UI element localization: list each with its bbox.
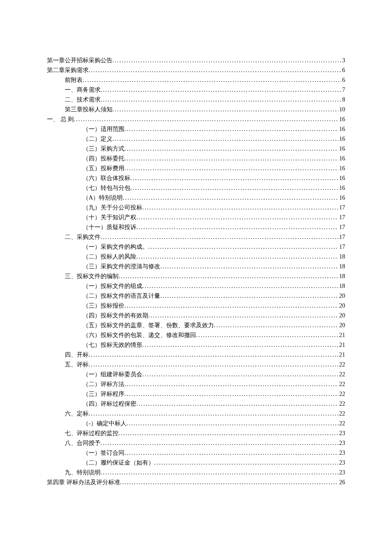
toc-entry: 四、开标21 — [47, 350, 345, 360]
toc-entry: （二）投标文件的语言及计量 20 — [47, 291, 345, 301]
toc-label: 八、合同授予 — [65, 438, 101, 448]
toc-page-number: 16 — [338, 134, 345, 144]
toc-label: （七）投标无效的情形 — [83, 340, 142, 350]
toc-leader-dots — [124, 144, 338, 154]
toc-label: 第四章 评标办法及评分标准 — [47, 477, 120, 487]
toc-label: （一）适用范围 — [83, 124, 124, 134]
toc-label: 前附表 — [65, 75, 83, 85]
toc-leader-dots — [154, 458, 338, 468]
toc-leader-dots — [112, 134, 338, 144]
toc-label: 四、开标 — [65, 350, 89, 360]
toc-leader-dots — [89, 409, 338, 418]
toc-label: （三）采购方式 — [83, 144, 124, 154]
toc-page-number: 23 — [338, 468, 345, 477]
toc-leader-dots — [101, 95, 341, 105]
toc-entry: （A）特别说明 16 — [47, 193, 345, 203]
toc-label: （一）签订合同 — [83, 448, 124, 458]
toc-label: （二）定义 — [83, 134, 112, 144]
toc-leader-dots — [130, 173, 338, 183]
toc-label: （四）投标委托 — [83, 154, 124, 163]
toc-leader-dots — [214, 320, 338, 330]
toc-leader-dots — [124, 379, 338, 389]
toc-leader-dots — [160, 291, 338, 301]
toc-entry: （-）确定中标人 22 — [47, 418, 345, 428]
toc-entry: （一）投标文件的组成 18 — [47, 281, 345, 291]
toc-page-number: 22 — [338, 389, 345, 399]
toc-page-number: 23 — [338, 428, 345, 438]
toc-page-number: 22 — [338, 418, 345, 428]
toc-leader-dots — [101, 438, 338, 448]
toc-leader-dots — [142, 203, 338, 212]
toc-label: （九）关于分公司投标 — [83, 203, 142, 212]
toc-entry: （四）评标过程保密 22 — [47, 399, 345, 409]
toc-entry: 九、特别说明23 — [47, 468, 345, 477]
toc-entry: 七、评标过程的监控23 — [47, 428, 345, 438]
toc-label: （六）联合体投标 — [83, 173, 130, 183]
toc-entry: （三）采购方式 16 — [47, 144, 345, 154]
toc-page-number: 22 — [338, 379, 345, 389]
toc-label: （二）投标文件的语言及计量 — [83, 291, 160, 301]
toc-entry: （九）关于分公司投标 17 — [47, 203, 345, 212]
toc-page-number: 3 — [341, 55, 345, 65]
toc-entry: （四）投标委托 16 — [47, 154, 345, 163]
toc-leader-dots — [124, 389, 338, 399]
toc-entry: （三）评标程序 22 — [47, 389, 345, 399]
toc-label: 三、投标文件的编制 — [65, 271, 118, 281]
toc-label: （二）评标方法 — [83, 379, 124, 389]
toc-entry: （十一）质疑和投诉 17 — [47, 222, 345, 232]
toc-entry: （一）适用范围 16 — [47, 124, 345, 134]
toc-entry: （五）投标文件的盖章、签署、份数、要求及效力 20 — [47, 320, 345, 330]
toc-entry: 第二章采购需求6 — [47, 65, 345, 75]
toc-leader-dots — [136, 212, 338, 222]
toc-label: 二、采购文件 — [65, 232, 101, 242]
toc-entry: （二）投标人的风险 18 — [47, 252, 345, 262]
toc-label: （三）投标报价 — [83, 301, 124, 311]
toc-leader-dots — [74, 114, 338, 124]
toc-label: 一、 总 则 — [47, 114, 74, 124]
toc-leader-dots — [118, 271, 338, 281]
toc-page-number: 16 — [338, 144, 345, 154]
toc-leader-dots — [101, 85, 341, 95]
toc-page-number: 23 — [338, 438, 345, 448]
toc-entry: （五）投标费用 16 — [47, 163, 345, 173]
toc-page-number: 22 — [338, 369, 345, 379]
toc-entry: 一、 总 则16 — [47, 114, 345, 124]
toc-entry: （七）投标无效的情形 21 — [47, 340, 345, 350]
toc-label: （一）组建评标委员会 — [83, 369, 142, 379]
toc-page-number: 17 — [338, 242, 345, 252]
toc-label: （一）投标文件的组成 — [83, 281, 142, 291]
toc-page-number: 21 — [338, 350, 345, 360]
toc-entry: （二）定义 16 — [47, 134, 345, 144]
toc-page-number: 16 — [338, 163, 345, 173]
toc-entry: 三、投标文件的编制18 — [47, 271, 345, 281]
toc-entry: （六）联合体投标 16 — [47, 173, 345, 183]
toc-leader-dots — [124, 154, 338, 163]
toc-label: 第三章投标人须知 — [65, 105, 112, 114]
toc-label: 一、商务需求 — [65, 85, 101, 95]
toc-leader-dots — [89, 350, 338, 360]
toc-page-number: 18 — [338, 281, 345, 291]
toc-label: 第一章公开招标采购公告 — [47, 55, 112, 65]
toc-page-number: 20 — [338, 311, 345, 320]
toc-label: （四）投标文件的有效期 — [83, 311, 148, 320]
toc-label: （五）投标费用 — [83, 163, 124, 173]
toc-page-number: 8 — [341, 95, 345, 105]
toc-label: （三）采购文件的澄清与修改 — [83, 262, 160, 271]
toc-label: 七、评标过程的监控 — [65, 428, 118, 438]
toc-leader-dots — [160, 262, 338, 271]
toc-leader-dots — [118, 428, 338, 438]
toc-leader-dots — [142, 281, 338, 291]
toc-page-number: 20 — [338, 320, 345, 330]
toc-entry: （三）投标报价 20 — [47, 301, 345, 311]
toc-leader-dots — [101, 232, 338, 242]
toc-entry: （十）关于知识产权 17 — [47, 212, 345, 222]
toc-label: 第二章采购需求 — [47, 65, 89, 75]
toc-page-number: 21 — [338, 340, 345, 350]
toc-entry: （六）投标文件的包装、递交、修改和撤回 21 — [47, 330, 345, 340]
toc-label: 二、技术需求 — [65, 95, 101, 105]
toc-page-number: 26 — [338, 477, 345, 487]
toc-page-number: 16 — [338, 173, 345, 183]
toc-label: （七）转包与分包 — [83, 183, 130, 193]
toc-entry: 第一章公开招标采购公告3 — [47, 55, 345, 65]
toc-leader-dots — [130, 183, 338, 193]
